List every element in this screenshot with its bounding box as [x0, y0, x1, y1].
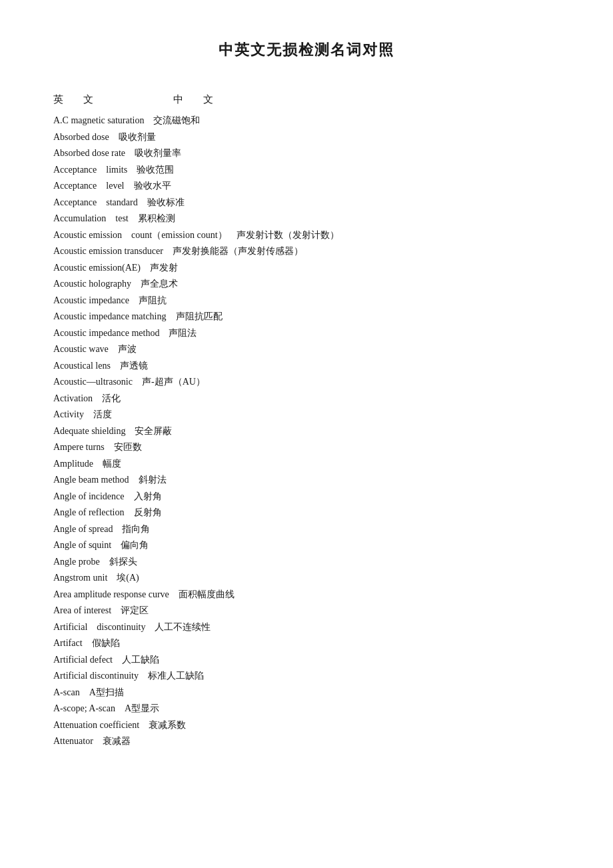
entry-english: Acoustic impedance	[53, 295, 129, 305]
entry-chinese: 吸收剂量	[119, 132, 156, 142]
entry-english: Artificial discontinuity	[53, 622, 145, 632]
list-item: Activation 活化	[53, 391, 560, 407]
entry-english: Angle of squint	[53, 540, 111, 550]
entry-english: Ampere turns	[53, 442, 105, 452]
entry-chinese: 声阻法	[169, 328, 197, 338]
list-item: Attenuation coefficient 衰减系数	[53, 717, 560, 734]
entry-chinese: 声发射换能器（声发射传感器）	[173, 246, 303, 256]
list-item: Acoustic impedance matching 声阻抗匹配	[53, 309, 560, 325]
list-item: Acoustical lens 声透镜	[53, 358, 560, 375]
entry-english: Acoustic emission(AE)	[53, 263, 141, 273]
list-item: Artifact 假缺陷	[53, 635, 560, 652]
entry-chinese: 声透镜	[120, 361, 148, 371]
entry-english: Angle probe	[53, 557, 100, 567]
entry-chinese: 偏向角	[121, 540, 149, 550]
list-item: A-scope; A-scan A型显示	[53, 701, 560, 717]
entry-english: Absorbed dose rate	[53, 148, 125, 158]
entry-chinese: 累积检测	[138, 213, 175, 223]
entry-chinese: 埃(A)	[117, 573, 139, 583]
list-item: A-scan A型扫描	[53, 685, 560, 701]
entry-chinese: 斜射法	[139, 475, 167, 485]
list-item: Angle of incidence 入射角	[53, 489, 560, 505]
entry-english: Attenuator	[53, 736, 93, 746]
entry-english: Acoustic—ultrasonic	[53, 377, 133, 387]
header-english: 英 文	[53, 93, 93, 106]
entry-chinese: 斜探头	[109, 557, 137, 567]
list-item: Area of interest 评定区	[53, 603, 560, 619]
entry-english: Area amplitude response curve	[53, 589, 169, 599]
list-item: Acoustic holography 声全息术	[53, 276, 560, 293]
entry-chinese: 假缺陷	[92, 638, 120, 648]
entry-english: Acceptance level	[53, 181, 125, 191]
entry-chinese: 声波	[118, 344, 137, 354]
list-item: Angle of reflection 反射角	[53, 505, 560, 521]
entry-chinese: 人工缺陷	[122, 655, 159, 665]
entry-english: A.C magnetic saturation	[53, 115, 144, 125]
list-item: Angle of squint 偏向角	[53, 537, 560, 554]
list-item: Acoustic emission(AE) 声发射	[53, 260, 560, 277]
list-item: Acoustic impedance method 声阻法	[53, 325, 560, 342]
entry-chinese: 验收范围	[137, 165, 174, 175]
entry-chinese: 声-超声（AU）	[142, 377, 205, 387]
entry-chinese: 交流磁饱和	[153, 115, 200, 125]
entry-chinese: 人工不连续性	[155, 622, 211, 632]
entry-english: Acceptance standard	[53, 197, 138, 207]
list-item: Artificial defect 人工缺陷	[53, 652, 560, 669]
page-title: 中英文无损检测名词对照	[53, 40, 560, 60]
entry-english: Acoustical lens	[53, 361, 111, 371]
entry-chinese: 声阻抗	[139, 295, 167, 305]
entry-english: Absorbed dose	[53, 132, 109, 142]
list-item: Amplitude 幅度	[53, 456, 560, 473]
entry-english: Angle of reflection	[53, 507, 125, 517]
entry-chinese: 声阻抗匹配	[176, 311, 223, 321]
entry-english: Accumulation test	[53, 213, 129, 223]
list-item: Acceptance level 验收水平	[53, 178, 560, 195]
entry-english: Activation	[53, 393, 93, 403]
entry-english: Attenuation coefficient	[53, 720, 139, 730]
entry-english: Artificial discontinuity	[53, 671, 139, 681]
list-item: Acceptance standard 验收标准	[53, 195, 560, 211]
entry-english: Angstrom unit	[53, 573, 107, 583]
entry-english: Activity	[53, 409, 84, 419]
entry-english: Angle of incidence	[53, 491, 125, 501]
entry-english: Artificial defect	[53, 655, 113, 665]
entry-english: Adequate shielding	[53, 426, 125, 436]
entry-english: Acceptance limits	[53, 165, 127, 175]
entry-chinese: 面积幅度曲线	[179, 589, 235, 599]
entry-chinese: 验收水平	[134, 181, 171, 191]
list-item: Angle beam method 斜射法	[53, 472, 560, 489]
entry-chinese: 验收标准	[147, 197, 185, 207]
entry-chinese: 幅度	[103, 459, 121, 469]
header-chinese: 中 文	[173, 93, 213, 106]
entry-english: A-scope; A-scan	[53, 703, 115, 713]
entry-chinese: 声发射	[150, 263, 178, 273]
list-item: Acoustic emission transducer 声发射换能器（声发射传…	[53, 243, 560, 260]
entry-chinese: 安全屏蔽	[135, 426, 172, 436]
entry-english: Acoustic emission transducer	[53, 246, 163, 256]
header-row: 英 文 中 文	[53, 93, 560, 106]
entry-english: Acoustic impedance matching	[53, 311, 167, 321]
list-item: Adequate shielding 安全屏蔽	[53, 423, 560, 440]
entry-english: Angle beam method	[53, 475, 129, 485]
entry-chinese: 声全息术	[141, 279, 178, 289]
list-item: Angle of spread 指向角	[53, 521, 560, 538]
entry-chinese: 评定区	[121, 605, 149, 615]
entry-english: Angle of spread	[53, 524, 113, 534]
entry-english: Amplitude	[53, 459, 93, 469]
entry-chinese: 指向角	[122, 524, 150, 534]
entry-chinese: 吸收剂量率	[135, 148, 181, 158]
list-item: Artificial discontinuity 人工不连续性	[53, 619, 560, 636]
entry-chinese: 标准人工缺陷	[148, 671, 204, 681]
entry-english: Artifact	[53, 638, 83, 648]
list-item: Absorbed dose rate 吸收剂量率	[53, 145, 560, 162]
entry-chinese: 衰减系数	[149, 720, 186, 730]
list-item: Attenuator 衰减器	[53, 733, 560, 750]
list-item: Ampere turns 安匝数	[53, 439, 560, 456]
entry-chinese: 入射角	[134, 491, 162, 501]
list-item: Activity 活度	[53, 407, 560, 423]
list-item: Acceptance limits 验收范围	[53, 162, 560, 179]
list-item: Acoustic—ultrasonic 声-超声（AU）	[53, 374, 560, 391]
entry-chinese: 活化	[102, 393, 121, 403]
entry-chinese: A型显示	[125, 703, 159, 713]
list-item: Absorbed dose 吸收剂量	[53, 129, 560, 146]
